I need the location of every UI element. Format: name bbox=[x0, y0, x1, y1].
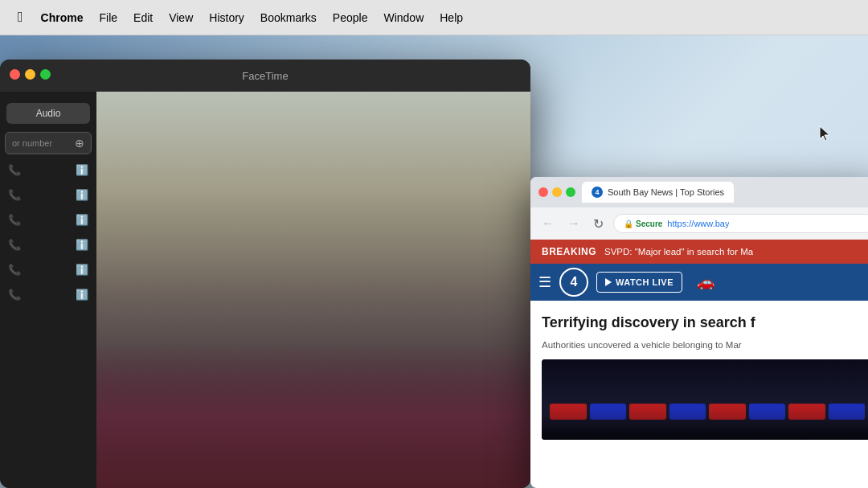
phone-icon-6: 📞 bbox=[8, 289, 21, 301]
chrome-browser-window: 4 South Bay News | Top Stories ← → ↻ 🔒 S… bbox=[530, 177, 868, 488]
menu-history[interactable]: History bbox=[201, 8, 252, 27]
menu-people[interactable]: People bbox=[325, 8, 376, 27]
chrome-minimize-button[interactable] bbox=[552, 187, 562, 197]
info-icon-2[interactable]: ℹ️ bbox=[76, 189, 88, 201]
watch-live-label: WATCH LIVE bbox=[616, 277, 674, 287]
phone-icon-5: 📞 bbox=[8, 264, 21, 276]
back-button[interactable]: ← bbox=[538, 213, 558, 234]
chrome-traffic-lights bbox=[538, 187, 575, 197]
contact-row-4[interactable]: 📞 ℹ️ bbox=[0, 232, 96, 257]
breaking-label: BREAKING bbox=[542, 246, 596, 257]
lock-icon: 🔒 bbox=[624, 219, 633, 228]
hamburger-menu-icon[interactable]: ☰ bbox=[538, 273, 551, 291]
info-icon-6[interactable]: ℹ️ bbox=[76, 289, 88, 301]
menu-help[interactable]: Help bbox=[432, 8, 471, 27]
search-placeholder: or number bbox=[12, 138, 52, 148]
facetime-window: FaceTime Audio or number ⊕ 📞 ℹ️ 📞 ℹ️ 📞 ℹ… bbox=[0, 59, 530, 488]
window-minimize-button[interactable] bbox=[25, 69, 35, 80]
secure-badge: 🔒 Secure bbox=[624, 219, 662, 228]
facetime-video-area bbox=[96, 92, 530, 488]
url-input[interactable]: 🔒 Secure https://www.bay bbox=[613, 214, 868, 233]
menu-file[interactable]: File bbox=[91, 8, 125, 27]
phone-icon-1: 📞 bbox=[8, 164, 21, 176]
chrome-close-button[interactable] bbox=[538, 187, 548, 197]
person-clothing bbox=[96, 343, 530, 488]
menu-edit[interactable]: Edit bbox=[125, 8, 161, 27]
search-field[interactable]: or number ⊕ bbox=[5, 132, 92, 154]
apple-menu[interactable]:  bbox=[8, 9, 33, 26]
news-content-area: Terrifying discovery in search f Authori… bbox=[530, 301, 868, 446]
news-navigation-bar: ☰ 4 WATCH LIVE 🚗 bbox=[530, 264, 868, 301]
secure-label: Secure bbox=[636, 219, 662, 228]
refresh-button[interactable]: ↻ bbox=[590, 213, 607, 235]
url-text: https://www.bay bbox=[667, 219, 729, 228]
breaking-text: SVPD: "Major lead" in search for Ma bbox=[604, 247, 753, 256]
mouse-cursor bbox=[818, 125, 834, 144]
info-icon-5[interactable]: ℹ️ bbox=[76, 264, 88, 276]
window-maximize-button[interactable] bbox=[40, 69, 51, 80]
phone-icon-2: 📞 bbox=[8, 189, 21, 201]
watch-live-button[interactable]: WATCH LIVE bbox=[596, 272, 682, 293]
breaking-news-bar: BREAKING SVPD: "Major lead" in search fo… bbox=[530, 240, 868, 264]
contact-row-3[interactable]: 📞 ℹ️ bbox=[0, 207, 96, 232]
menu-chrome[interactable]: Chrome bbox=[33, 8, 92, 27]
news-article-image bbox=[542, 359, 868, 440]
channel-4-tab-icon: 4 bbox=[592, 187, 603, 198]
info-icon-3[interactable]: ℹ️ bbox=[76, 214, 88, 226]
menu-window[interactable]: Window bbox=[375, 8, 432, 27]
traffic-icon: 🚗 bbox=[697, 273, 714, 291]
chrome-tab-title: South Bay News | Top Stories bbox=[608, 187, 724, 197]
info-icon-1[interactable]: ℹ️ bbox=[76, 164, 88, 176]
menu-view[interactable]: View bbox=[161, 8, 201, 27]
channel-4-logo: 4 bbox=[559, 268, 588, 297]
chrome-url-bar: ← → ↻ 🔒 Secure https://www.bay bbox=[530, 207, 868, 240]
menu-bar:  Chrome File Edit View History Bookmark… bbox=[0, 0, 868, 35]
facetime-title: FaceTime bbox=[242, 70, 288, 82]
contact-row-2[interactable]: 📞 ℹ️ bbox=[0, 182, 96, 207]
facetime-sidebar: Audio or number ⊕ 📞 ℹ️ 📞 ℹ️ 📞 ℹ️ 📞 ℹ️ 📞 … bbox=[0, 92, 96, 488]
phone-icon-4: 📞 bbox=[8, 239, 21, 251]
play-icon bbox=[605, 278, 612, 286]
chrome-tab-active[interactable]: 4 South Bay News | Top Stories bbox=[582, 182, 734, 203]
contact-row-6[interactable]: 📞 ℹ️ bbox=[0, 282, 96, 307]
menu-bookmarks[interactable]: Bookmarks bbox=[252, 8, 325, 27]
image-overlay bbox=[542, 408, 868, 440]
chrome-titlebar: 4 South Bay News | Top Stories bbox=[530, 177, 868, 207]
chrome-maximize-button[interactable] bbox=[566, 187, 575, 197]
contact-row-1[interactable]: 📞 ℹ️ bbox=[0, 158, 96, 182]
add-contact-icon[interactable]: ⊕ bbox=[75, 137, 84, 150]
news-headline: Terrifying discovery in search f bbox=[542, 314, 868, 332]
phone-icon-3: 📞 bbox=[8, 214, 21, 226]
facetime-titlebar: FaceTime bbox=[0, 59, 530, 92]
contact-row-5[interactable]: 📞 ℹ️ bbox=[0, 257, 96, 282]
window-traffic-lights bbox=[10, 69, 51, 80]
audio-button[interactable]: Audio bbox=[6, 103, 90, 124]
news-subtext: Authorities uncovered a vehicle belongin… bbox=[542, 338, 868, 351]
info-icon-4[interactable]: ℹ️ bbox=[76, 239, 88, 251]
forward-button[interactable]: → bbox=[564, 213, 583, 234]
window-close-button[interactable] bbox=[10, 69, 20, 80]
